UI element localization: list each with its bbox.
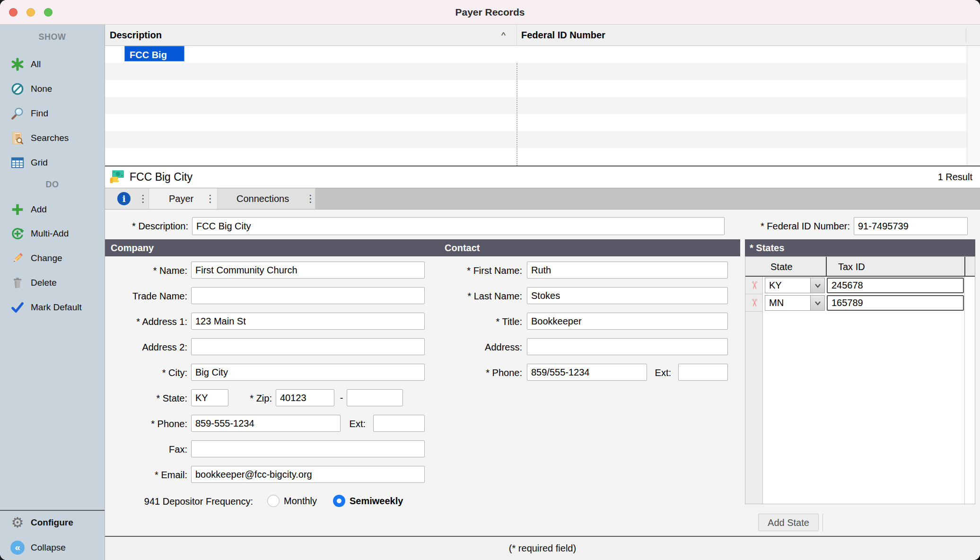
scissors-icon: ✂	[749, 280, 760, 289]
sidebar-item-mark-default[interactable]: Mark Default	[0, 299, 105, 315]
list-body: FCC Big City 91-7495739	[105, 46, 980, 166]
remove-state-button[interactable]: ✂	[745, 277, 763, 294]
overflow-dots-icon[interactable]: ⋮	[306, 188, 315, 209]
address1-label: * Address 1:	[105, 313, 187, 331]
sidebar-item-label: None	[31, 84, 52, 94]
company-ext-input[interactable]	[373, 415, 425, 432]
required-field-note: (* required field)	[105, 537, 980, 560]
sidebar-item-label: Change	[31, 253, 62, 263]
trash-icon	[9, 275, 26, 291]
table-row-empty[interactable]	[105, 148, 967, 165]
state-select-value: KY	[769, 278, 782, 293]
address2-input[interactable]	[191, 338, 425, 355]
overflow-dots-icon[interactable]: ⋮	[205, 188, 215, 209]
table-row-empty[interactable]	[105, 97, 967, 114]
description-input[interactable]	[192, 217, 725, 235]
city-input[interactable]	[191, 364, 425, 381]
table-row-empty[interactable]	[105, 131, 967, 148]
federal-id-input[interactable]	[854, 217, 968, 235]
tab-payer-label[interactable]: Payer	[169, 188, 193, 209]
sidebar-item-delete[interactable]: Delete	[0, 275, 105, 291]
column-divider-dotted	[516, 46, 517, 63]
company-name-input[interactable]	[191, 262, 425, 279]
state-select-mn[interactable]: MN	[765, 295, 825, 311]
table-row-empty[interactable]	[105, 114, 967, 131]
company-ext-label: Ext:	[341, 415, 366, 433]
sidebar-item-none[interactable]: None	[0, 81, 105, 97]
table-row-selected[interactable]: FCC Big City 91-7495739	[124, 46, 184, 61]
state-select-value: MN	[769, 296, 784, 310]
section-header-company-contact: Company Contact	[105, 239, 740, 256]
title-input[interactable]	[527, 313, 728, 330]
city-label: * City:	[105, 364, 187, 382]
radio-semiweekly[interactable]	[333, 495, 345, 507]
states-column-divider	[964, 257, 965, 277]
button-divider	[822, 514, 823, 531]
list-scrollbar[interactable]	[967, 46, 980, 166]
company-phone-input[interactable]	[191, 415, 341, 432]
sidebar-item-find[interactable]: Find	[0, 105, 105, 122]
title-label: * Title:	[436, 313, 522, 331]
sidebar-item-change[interactable]: Change	[0, 250, 105, 266]
sidebar-item-all[interactable]: All	[0, 56, 105, 72]
company-name-label: * Name:	[105, 262, 187, 280]
address1-input[interactable]	[191, 313, 425, 330]
info-icon[interactable]: i	[117, 192, 131, 205]
sidebar-item-grid[interactable]: Grid	[0, 155, 105, 171]
last-name-input[interactable]	[527, 287, 728, 304]
contact-ext-input[interactable]	[678, 364, 728, 381]
sidebar-item-add[interactable]: Add	[0, 201, 105, 218]
company-phone-label: * Phone:	[105, 415, 187, 433]
sidebar-divider	[0, 510, 105, 511]
email-input[interactable]	[191, 466, 425, 483]
sidebar-item-label: Add	[31, 204, 47, 215]
sidebar-item-configure[interactable]: ⚙ Configure	[0, 515, 105, 531]
multi-add-icon	[9, 226, 26, 242]
payer-form: * Description: * Federal ID Number: Comp…	[105, 210, 980, 536]
radio-monthly[interactable]	[267, 495, 280, 507]
state-label: * State:	[105, 389, 187, 407]
collapse-icon: «	[9, 540, 26, 556]
states-header-row: State Tax ID	[745, 257, 975, 277]
contact-phone-input[interactable]	[527, 364, 647, 381]
first-name-input[interactable]	[527, 262, 728, 279]
column-header-description[interactable]: Description	[110, 25, 162, 46]
column-divider-dotted	[516, 63, 517, 166]
trade-name-input[interactable]	[191, 287, 425, 304]
chevron-down-icon[interactable]	[810, 296, 824, 310]
states-column-state: State	[770, 257, 793, 277]
contact-ext-label: Ext:	[647, 364, 671, 382]
remove-state-button[interactable]: ✂	[745, 294, 763, 312]
state-select-ky[interactable]: KY	[765, 278, 825, 293]
table-row-empty[interactable]	[105, 80, 967, 97]
result-count: 1 Result	[938, 166, 972, 188]
bottom-bar: (* required field)	[105, 536, 980, 560]
radio-semiweekly-label[interactable]: Semiweekly	[350, 492, 403, 509]
sort-ascending-icon[interactable]: ^	[501, 25, 506, 46]
table-row-empty[interactable]	[105, 63, 967, 80]
none-icon	[9, 81, 26, 97]
sidebar-section-do: DO	[0, 180, 105, 190]
column-header-federal-id[interactable]: Federal ID Number	[521, 25, 605, 46]
tax-id-input-mn[interactable]	[827, 295, 964, 311]
sidebar-item-searches[interactable]: Searches	[0, 130, 105, 146]
states-column-taxid: Tax ID	[838, 257, 865, 277]
address2-label: Address 2:	[105, 338, 187, 356]
radio-monthly-label[interactable]: Monthly	[284, 492, 317, 509]
zip-label: * Zip:	[219, 389, 272, 407]
add-state-button[interactable]: Add State	[758, 514, 819, 531]
first-name-label: * First Name:	[436, 262, 522, 280]
sidebar-item-collapse[interactable]: « Collapse	[0, 540, 105, 556]
tab-connections-label[interactable]: Connections	[236, 188, 289, 209]
fax-input[interactable]	[191, 440, 425, 457]
tax-id-input-ky[interactable]	[827, 278, 964, 293]
sidebar-item-label: All	[31, 59, 41, 70]
overflow-dots-icon[interactable]: ⋮	[138, 188, 148, 209]
check-icon	[9, 299, 26, 315]
column-divider[interactable]	[516, 25, 517, 46]
zip-input[interactable]	[276, 389, 334, 406]
chevron-down-icon[interactable]	[810, 278, 824, 293]
sidebar-item-multi-add[interactable]: Multi-Add	[0, 226, 105, 242]
zip-plus4-input[interactable]	[347, 389, 403, 406]
contact-address-input[interactable]	[527, 338, 728, 355]
